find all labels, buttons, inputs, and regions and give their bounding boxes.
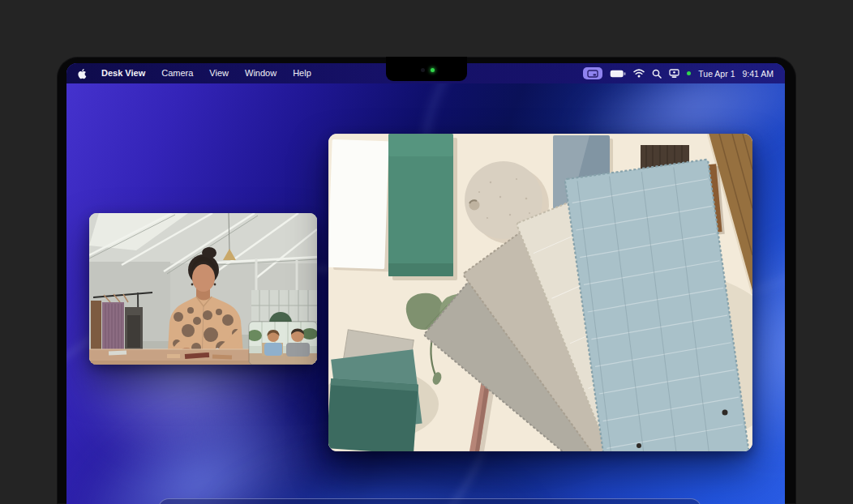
participants-pip[interactable] xyxy=(247,322,317,365)
menu-help[interactable]: Help xyxy=(285,63,319,83)
menu-bar-date[interactable]: Tue Apr 1 xyxy=(698,69,735,79)
menu-window[interactable]: Window xyxy=(237,63,285,83)
macbook-screen: Desk View Camera View Window Help xyxy=(66,63,785,504)
camera-active-indicator xyxy=(431,68,435,72)
teal-tile xyxy=(388,134,457,280)
menu-app-desk-view[interactable]: Desk View xyxy=(93,63,153,83)
menu-bar-menus: Desk View Camera View Window Help xyxy=(66,63,319,83)
search-glyph xyxy=(652,69,662,79)
wifi-glyph xyxy=(633,69,645,78)
wifi-icon[interactable] xyxy=(633,69,645,78)
white-tile xyxy=(328,139,394,272)
screen-mirroring-icon[interactable] xyxy=(669,69,679,79)
background-window-edge xyxy=(158,498,701,504)
menu-bar-time[interactable]: 9:41 AM xyxy=(742,69,774,79)
swatch-button-2 xyxy=(637,443,641,448)
apple-menu[interactable] xyxy=(76,68,87,79)
menu-view[interactable]: View xyxy=(201,63,237,83)
scene-background: Desk View Camera View Window Help xyxy=(0,0,853,504)
swatch-button-1 xyxy=(722,410,728,416)
status-green-dot xyxy=(687,71,691,75)
desk-view-window[interactable] xyxy=(328,134,752,451)
screen-mirroring-glyph xyxy=(669,69,679,79)
battery-glyph xyxy=(610,70,626,78)
menu-bar-status: Tue Apr 1 9:41 AM xyxy=(583,67,785,79)
camera-notch xyxy=(386,57,467,81)
battery-icon[interactable] xyxy=(610,70,626,78)
macbook-bezel: Desk View Camera View Window Help xyxy=(57,57,796,504)
apple-icon xyxy=(76,68,87,79)
search-icon[interactable] xyxy=(652,69,662,79)
desk-view-video xyxy=(328,134,752,451)
facetime-video xyxy=(89,213,317,365)
camera-lens xyxy=(421,68,425,72)
desk-view-active-icon[interactable] xyxy=(583,67,602,79)
desk-view-glyph xyxy=(587,70,598,78)
facetime-window[interactable] xyxy=(89,213,317,365)
menu-camera[interactable]: Camera xyxy=(153,63,201,83)
